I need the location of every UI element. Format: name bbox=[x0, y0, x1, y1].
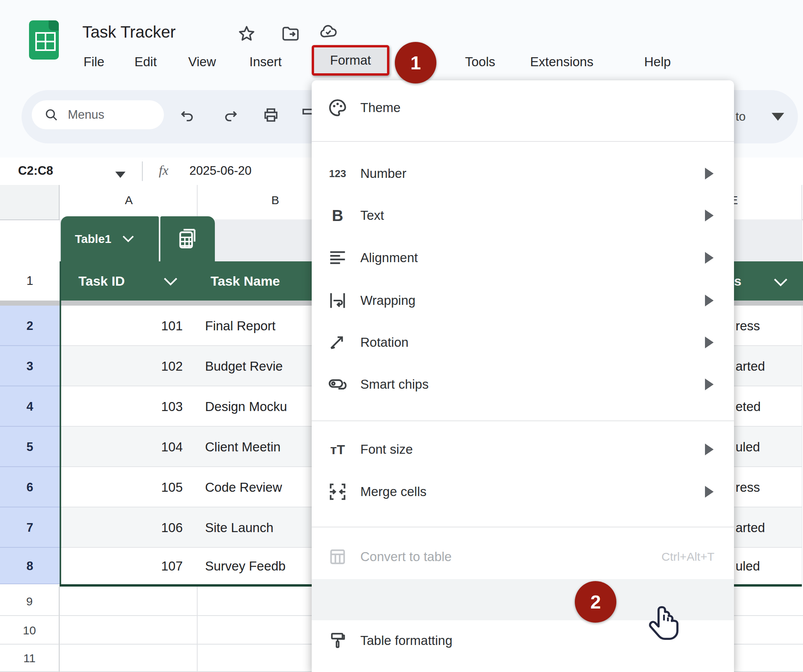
row-header[interactable]: 6 bbox=[0, 467, 60, 507]
cell-task-id[interactable]: 107 bbox=[161, 548, 183, 584]
chevron-down-icon[interactable] bbox=[772, 278, 789, 287]
cell-task-id[interactable]: 106 bbox=[161, 507, 183, 548]
bold-b-icon: B bbox=[327, 205, 349, 226]
cell-status-fragment[interactable]: ress bbox=[736, 467, 760, 507]
menu-item-smart-chips[interactable]: Smart chips bbox=[312, 366, 734, 403]
row-header[interactable]: 9 bbox=[0, 587, 60, 616]
cell-task-name[interactable]: Code Review bbox=[205, 467, 282, 507]
table-left-border bbox=[60, 261, 61, 586]
zoom-dropdown-arrow-icon[interactable] bbox=[772, 113, 784, 121]
star-icon[interactable] bbox=[237, 24, 256, 44]
cell-status-fragment[interactable]: uled bbox=[736, 548, 760, 584]
print-icon[interactable] bbox=[262, 107, 280, 124]
menubar-item-view[interactable]: View bbox=[188, 51, 216, 73]
cell-task-name[interactable]: Budget Revie bbox=[205, 346, 283, 386]
menu-divider bbox=[312, 527, 734, 527]
row-header[interactable]: 2 bbox=[0, 306, 60, 346]
menu-item-font-size[interactable]: ᴛT Font size bbox=[312, 431, 734, 468]
table-tools-chip[interactable] bbox=[160, 216, 215, 262]
document-title[interactable]: Task Tracker bbox=[82, 23, 176, 42]
row-header[interactable]: 5 bbox=[0, 427, 60, 467]
menu-item-theme[interactable]: Theme bbox=[312, 89, 734, 127]
cell-status-fragment[interactable]: arted bbox=[736, 346, 765, 386]
formula-bar-divider bbox=[142, 161, 143, 181]
cell-task-name[interactable]: Design Mocku bbox=[205, 386, 287, 427]
row-header[interactable]: 4 bbox=[0, 386, 60, 427]
submenu-arrow-icon bbox=[705, 210, 714, 221]
merge-cells-icon bbox=[327, 481, 349, 503]
number-123-icon: 123 bbox=[327, 163, 349, 185]
table-name-chip[interactable]: Table1 bbox=[61, 216, 159, 262]
cell-task-id[interactable]: 105 bbox=[161, 467, 183, 507]
menubar-item-edit[interactable]: Edit bbox=[134, 51, 157, 73]
submenu-arrow-icon bbox=[705, 337, 714, 348]
row-header[interactable]: 3 bbox=[0, 346, 60, 386]
cell-task-id[interactable]: 102 bbox=[161, 346, 183, 386]
menu-item-alignment[interactable]: Alignment bbox=[312, 239, 734, 277]
submenu-arrow-icon bbox=[705, 252, 714, 264]
cell-task-id[interactable]: 103 bbox=[161, 386, 183, 427]
header-task-id[interactable]: Task ID bbox=[78, 261, 125, 301]
wrapping-icon bbox=[327, 290, 349, 312]
column-header-a[interactable]: A bbox=[61, 194, 197, 207]
row-header[interactable]: 10 bbox=[0, 616, 60, 645]
cell-task-name[interactable]: Survey Feedb bbox=[205, 548, 285, 584]
menu-item-rotation[interactable]: Rotation bbox=[312, 324, 734, 361]
cell-status-fragment[interactable]: uled bbox=[736, 427, 760, 467]
logo-fold bbox=[49, 20, 59, 31]
menu-item-convert-to-table: Convert to table Ctrl+Alt+T bbox=[312, 538, 734, 576]
cell-status-fragment[interactable]: ress bbox=[736, 306, 760, 346]
undo-icon[interactable] bbox=[179, 107, 196, 124]
menubar-item-help[interactable]: Help bbox=[644, 51, 671, 73]
name-box[interactable]: C2:C8 bbox=[18, 164, 53, 178]
cell-task-name[interactable]: Client Meetin bbox=[205, 427, 281, 467]
menu-item-number[interactable]: 123 Number bbox=[312, 155, 734, 192]
select-all-corner[interactable] bbox=[0, 185, 60, 219]
menubar-item-format[interactable]: Format bbox=[312, 45, 389, 76]
menu-divider bbox=[312, 420, 734, 421]
submenu-arrow-icon bbox=[705, 486, 714, 498]
search-icon bbox=[44, 107, 59, 123]
menu-item-wrapping[interactable]: Wrapping bbox=[312, 282, 734, 319]
row-header[interactable]: 7 bbox=[0, 507, 60, 548]
hand-cursor-icon bbox=[645, 603, 684, 647]
step-badge-1: 1 bbox=[395, 42, 436, 83]
menubar-item-insert[interactable]: Insert bbox=[249, 51, 282, 73]
fx-icon: fx bbox=[159, 163, 169, 178]
menu-item-text[interactable]: B Text bbox=[312, 197, 734, 234]
formula-value[interactable]: 2025-06-20 bbox=[189, 164, 252, 178]
chevron-down-icon bbox=[122, 235, 135, 243]
table-grid-icon bbox=[178, 228, 198, 250]
menubar-item-tools[interactable]: Tools bbox=[465, 51, 495, 73]
sheets-logo[interactable] bbox=[29, 20, 59, 60]
menubar-item-file[interactable]: File bbox=[84, 51, 104, 73]
search-label: Menus bbox=[68, 108, 104, 122]
smart-chips-icon bbox=[327, 373, 349, 395]
submenu-arrow-icon bbox=[705, 444, 714, 455]
cell-task-id[interactable]: 101 bbox=[161, 306, 183, 346]
header-task-name[interactable]: Task Name bbox=[211, 261, 280, 301]
row-header-1[interactable]: 1 bbox=[0, 261, 60, 301]
search-menus-button[interactable]: Menus bbox=[32, 100, 164, 129]
cell-status-fragment[interactable]: eted bbox=[736, 386, 761, 427]
cell-task-name[interactable]: Site Launch bbox=[205, 507, 273, 548]
gridline bbox=[197, 185, 198, 219]
move-folder-icon[interactable] bbox=[281, 24, 300, 44]
gridline bbox=[197, 587, 198, 672]
menu-item-merge-cells[interactable]: Merge cells bbox=[312, 473, 734, 511]
header-status-fragment: s bbox=[734, 261, 741, 301]
cell-task-id[interactable]: 104 bbox=[161, 427, 183, 467]
chevron-down-icon[interactable] bbox=[162, 277, 179, 286]
table-name: Table1 bbox=[75, 232, 111, 246]
table-icon bbox=[327, 546, 349, 568]
cloud-saved-icon[interactable] bbox=[318, 22, 338, 42]
name-box-dropdown-icon[interactable] bbox=[115, 172, 125, 178]
cell-status-fragment[interactable]: arted bbox=[736, 507, 765, 548]
menubar-item-extensions[interactable]: Extensions bbox=[530, 51, 593, 73]
row-header[interactable]: 8 bbox=[0, 548, 60, 584]
cell-task-name[interactable]: Final Report bbox=[205, 306, 276, 346]
row-header[interactable]: 11 bbox=[0, 645, 60, 672]
redo-icon[interactable] bbox=[222, 107, 239, 124]
rotation-icon bbox=[327, 331, 349, 353]
zoom-select[interactable]: to bbox=[736, 105, 746, 129]
